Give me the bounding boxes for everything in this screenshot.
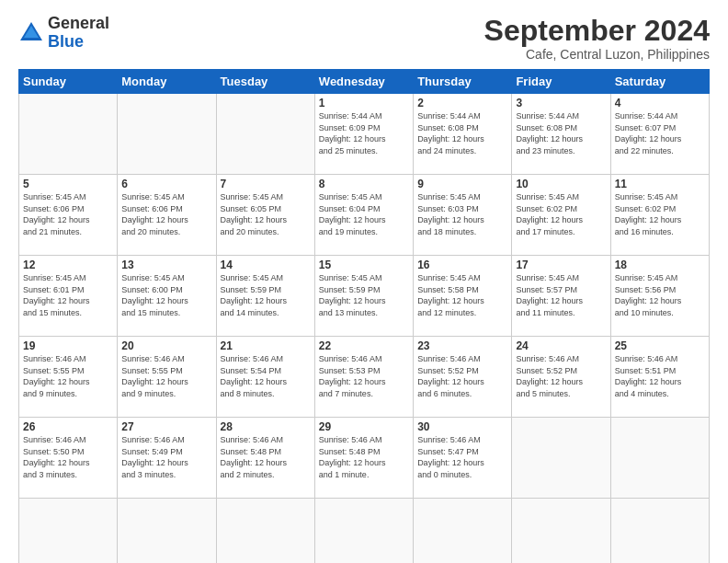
- day-number: 22: [319, 339, 409, 352]
- logo: General Blue: [18, 15, 109, 52]
- table-row: 28Sunrise: 5:46 AM Sunset: 5:48 PM Dayli…: [216, 418, 314, 499]
- table-row: 15Sunrise: 5:45 AM Sunset: 5:59 PM Dayli…: [314, 256, 413, 337]
- day-number: 18: [615, 259, 705, 271]
- calendar-table: Sunday Monday Tuesday Wednesday Thursday…: [18, 69, 710, 563]
- logo-general-text: General: [48, 15, 109, 33]
- table-row: 13Sunrise: 5:45 AM Sunset: 6:00 PM Dayli…: [118, 256, 216, 337]
- calendar-row: [19, 499, 710, 563]
- table-row: [118, 94, 216, 175]
- table-row: [414, 499, 512, 563]
- header-friday: Friday: [512, 70, 610, 94]
- table-row: 18Sunrise: 5:45 AM Sunset: 5:56 PM Dayli…: [610, 256, 709, 337]
- header-wednesday: Wednesday: [314, 70, 413, 94]
- day-info: Sunrise: 5:45 AM Sunset: 6:05 PM Dayligh…: [221, 191, 311, 237]
- day-info: Sunrise: 5:46 AM Sunset: 5:55 PM Dayligh…: [121, 353, 211, 399]
- day-number: 4: [615, 97, 705, 109]
- table-row: 22Sunrise: 5:46 AM Sunset: 5:53 PM Dayli…: [314, 337, 413, 418]
- table-row: 27Sunrise: 5:46 AM Sunset: 5:49 PM Dayli…: [118, 418, 216, 499]
- table-row: 14Sunrise: 5:45 AM Sunset: 5:59 PM Dayli…: [216, 256, 314, 337]
- day-number: 8: [319, 178, 409, 190]
- day-info: Sunrise: 5:44 AM Sunset: 6:08 PM Dayligh…: [417, 110, 507, 156]
- day-info: Sunrise: 5:46 AM Sunset: 5:49 PM Dayligh…: [121, 434, 211, 480]
- day-info: Sunrise: 5:46 AM Sunset: 5:53 PM Dayligh…: [319, 353, 409, 399]
- table-row: [314, 499, 413, 563]
- day-info: Sunrise: 5:45 AM Sunset: 5:59 PM Dayligh…: [319, 272, 409, 318]
- month-title: September 2024: [484, 15, 710, 47]
- day-number: 16: [417, 259, 507, 271]
- day-info: Sunrise: 5:45 AM Sunset: 6:04 PM Dayligh…: [319, 191, 409, 237]
- calendar-row: 5Sunrise: 5:45 AM Sunset: 6:06 PM Daylig…: [19, 175, 710, 256]
- day-info: Sunrise: 5:44 AM Sunset: 6:08 PM Dayligh…: [516, 110, 606, 156]
- calendar-row: 1Sunrise: 5:44 AM Sunset: 6:09 PM Daylig…: [19, 94, 710, 175]
- day-info: Sunrise: 5:46 AM Sunset: 5:52 PM Dayligh…: [417, 353, 507, 399]
- table-row: [610, 499, 709, 563]
- table-row: 21Sunrise: 5:46 AM Sunset: 5:54 PM Dayli…: [216, 337, 314, 418]
- weekday-header-row: Sunday Monday Tuesday Wednesday Thursday…: [19, 70, 710, 94]
- day-info: Sunrise: 5:45 AM Sunset: 5:58 PM Dayligh…: [417, 272, 507, 318]
- header-tuesday: Tuesday: [216, 70, 314, 94]
- day-number: 12: [23, 259, 113, 271]
- day-number: 5: [23, 178, 113, 190]
- day-info: Sunrise: 5:45 AM Sunset: 6:02 PM Dayligh…: [516, 191, 606, 237]
- header-monday: Monday: [118, 70, 216, 94]
- day-number: 27: [121, 420, 211, 433]
- table-row: [19, 499, 118, 563]
- day-number: 15: [319, 259, 409, 271]
- logo-text: General Blue: [48, 15, 109, 52]
- table-row: 29Sunrise: 5:46 AM Sunset: 5:48 PM Dayli…: [314, 418, 413, 499]
- table-row: 1Sunrise: 5:44 AM Sunset: 6:09 PM Daylig…: [314, 94, 413, 175]
- table-row: 8Sunrise: 5:45 AM Sunset: 6:04 PM Daylig…: [314, 175, 413, 256]
- day-info: Sunrise: 5:46 AM Sunset: 5:47 PM Dayligh…: [417, 434, 507, 480]
- table-row: 19Sunrise: 5:46 AM Sunset: 5:55 PM Dayli…: [19, 337, 118, 418]
- logo-icon: [18, 20, 44, 46]
- table-row: 4Sunrise: 5:44 AM Sunset: 6:07 PM Daylig…: [610, 94, 709, 175]
- table-row: 5Sunrise: 5:45 AM Sunset: 6:06 PM Daylig…: [19, 175, 118, 256]
- day-info: Sunrise: 5:45 AM Sunset: 6:00 PM Dayligh…: [121, 272, 211, 318]
- table-row: [610, 418, 709, 499]
- table-row: 7Sunrise: 5:45 AM Sunset: 6:05 PM Daylig…: [216, 175, 314, 256]
- day-info: Sunrise: 5:45 AM Sunset: 5:59 PM Dayligh…: [221, 272, 311, 318]
- day-number: 9: [417, 178, 507, 190]
- location: Cafe, Central Luzon, Philippines: [484, 47, 710, 62]
- day-number: 24: [516, 339, 606, 352]
- day-number: 14: [221, 259, 311, 271]
- day-info: Sunrise: 5:46 AM Sunset: 5:55 PM Dayligh…: [23, 353, 113, 399]
- table-row: [118, 499, 216, 563]
- table-row: 24Sunrise: 5:46 AM Sunset: 5:52 PM Dayli…: [512, 337, 610, 418]
- day-number: 10: [516, 178, 606, 190]
- day-number: 17: [516, 259, 606, 271]
- table-row: 20Sunrise: 5:46 AM Sunset: 5:55 PM Dayli…: [118, 337, 216, 418]
- calendar-row: 26Sunrise: 5:46 AM Sunset: 5:50 PM Dayli…: [19, 418, 710, 499]
- day-number: 23: [417, 339, 507, 352]
- table-row: 26Sunrise: 5:46 AM Sunset: 5:50 PM Dayli…: [19, 418, 118, 499]
- day-number: 2: [417, 97, 507, 109]
- table-row: 25Sunrise: 5:46 AM Sunset: 5:51 PM Dayli…: [610, 337, 709, 418]
- day-number: 21: [221, 339, 311, 352]
- day-info: Sunrise: 5:46 AM Sunset: 5:48 PM Dayligh…: [221, 434, 311, 480]
- day-number: 30: [417, 420, 507, 433]
- table-row: 23Sunrise: 5:46 AM Sunset: 5:52 PM Dayli…: [414, 337, 512, 418]
- table-row: [216, 94, 314, 175]
- table-row: [512, 418, 610, 499]
- day-info: Sunrise: 5:46 AM Sunset: 5:52 PM Dayligh…: [516, 353, 606, 399]
- table-row: 2Sunrise: 5:44 AM Sunset: 6:08 PM Daylig…: [414, 94, 512, 175]
- day-info: Sunrise: 5:45 AM Sunset: 6:02 PM Dayligh…: [615, 191, 705, 237]
- day-info: Sunrise: 5:45 AM Sunset: 6:01 PM Dayligh…: [23, 272, 113, 318]
- table-row: 30Sunrise: 5:46 AM Sunset: 5:47 PM Dayli…: [414, 418, 512, 499]
- day-number: 20: [121, 339, 211, 352]
- page: General Blue September 2024 Cafe, Centra…: [0, 0, 728, 563]
- table-row: 11Sunrise: 5:45 AM Sunset: 6:02 PM Dayli…: [610, 175, 709, 256]
- title-block: September 2024 Cafe, Central Luzon, Phil…: [484, 15, 710, 62]
- header-sunday: Sunday: [19, 70, 118, 94]
- table-row: 16Sunrise: 5:45 AM Sunset: 5:58 PM Dayli…: [414, 256, 512, 337]
- logo-blue-text: Blue: [48, 33, 109, 52]
- day-number: 19: [23, 339, 113, 352]
- day-number: 6: [121, 178, 211, 190]
- day-info: Sunrise: 5:46 AM Sunset: 5:50 PM Dayligh…: [23, 434, 113, 480]
- day-info: Sunrise: 5:44 AM Sunset: 6:07 PM Dayligh…: [615, 110, 705, 156]
- table-row: 12Sunrise: 5:45 AM Sunset: 6:01 PM Dayli…: [19, 256, 118, 337]
- table-row: [19, 94, 118, 175]
- day-info: Sunrise: 5:45 AM Sunset: 6:03 PM Dayligh…: [417, 191, 507, 237]
- day-info: Sunrise: 5:45 AM Sunset: 6:06 PM Dayligh…: [121, 191, 211, 237]
- day-info: Sunrise: 5:44 AM Sunset: 6:09 PM Dayligh…: [319, 110, 409, 156]
